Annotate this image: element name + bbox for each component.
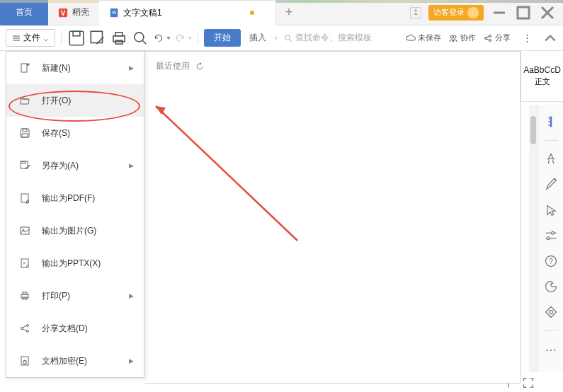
svg-line-45 (23, 325, 27, 328)
pdf-icon (19, 192, 30, 204)
menu-item-label: 保存(S) (42, 127, 70, 139)
more-button[interactable]: ⋮ (518, 29, 536, 47)
file-menu-item-1[interactable]: 打开(O) (6, 84, 144, 117)
share-icon (483, 33, 493, 43)
rocket-icon[interactable] (544, 152, 558, 166)
palette-icon[interactable] (544, 279, 558, 294)
print-button[interactable] (110, 29, 128, 47)
svg-rect-9 (69, 31, 84, 45)
menu-item-label: 输出为PDF(F) (42, 192, 95, 204)
svg-line-18 (290, 40, 292, 42)
diamond-icon[interactable] (544, 305, 558, 319)
save-as-button[interactable] (89, 29, 107, 47)
pen-icon[interactable] (544, 178, 558, 192)
pptx-icon: P (19, 258, 30, 269)
file-menu-item-2[interactable]: 保存(S) (6, 117, 144, 149)
file-menu-item-0[interactable]: 新建(N)▶ (6, 52, 144, 84)
svg-rect-13 (115, 32, 123, 35)
chevron-down-icon (43, 35, 49, 41)
doc-icon (109, 8, 119, 18)
svg-line-46 (23, 329, 27, 331)
redo-button[interactable] (174, 29, 192, 47)
menu-item-label: 另存为(A) (42, 160, 79, 172)
file-menu-item-4[interactable]: 输出为PDF(F) (6, 182, 144, 214)
svg-point-20 (453, 35, 456, 38)
svg-rect-33 (22, 161, 25, 163)
print-icon (19, 290, 30, 301)
unsaved-indicator[interactable]: 未保存 (406, 33, 441, 43)
menu-item-label: 文档加密(E) (42, 355, 87, 367)
undo-button[interactable] (152, 29, 171, 47)
svg-point-56 (547, 237, 550, 240)
svg-rect-26 (21, 64, 27, 72)
file-menu-item-9[interactable]: 文档加密(E)▶ (6, 345, 144, 377)
new-file-icon (19, 62, 30, 74)
submenu-arrow-icon: ▶ (129, 357, 134, 364)
login-badge[interactable]: 访客登录 (428, 5, 484, 21)
scroll-thumb[interactable] (530, 116, 536, 144)
submenu-arrow-icon: ▶ (129, 64, 134, 71)
ruler-icon[interactable] (544, 115, 558, 129)
divider (198, 32, 198, 45)
hamburger-icon (12, 34, 21, 42)
recent-header: 最近使用 (156, 60, 508, 72)
counter-badge[interactable]: 1 (410, 7, 421, 18)
file-menu-item-3[interactable]: 另存为(A)▶ (6, 149, 144, 182)
menu-item-label: 打印(P) (42, 290, 70, 302)
vertical-scrollbar[interactable] (529, 105, 538, 372)
title-bar: 首页 稻壳 文字文稿1 + 1 访客登录 (0, 0, 563, 25)
svg-point-19 (450, 35, 453, 38)
svg-rect-31 (22, 134, 28, 137)
svg-text:P: P (23, 261, 26, 265)
collab-button[interactable]: 协作 (448, 33, 476, 43)
style-gallery[interactable]: AaBbCcD 正文 (521, 51, 563, 102)
tab-document[interactable]: 文字文稿1 (99, 0, 276, 25)
svg-point-15 (135, 32, 144, 41)
file-menu-item-8[interactable]: 分享文档(D) (6, 312, 144, 345)
fullscreen-button[interactable] (522, 376, 535, 389)
folder-open-icon (19, 95, 30, 106)
image-icon (19, 225, 30, 236)
ribbon-tab-insert[interactable]: 插入 (244, 29, 272, 47)
people-icon (448, 33, 458, 43)
menu-item-label: 打开(O) (42, 95, 71, 107)
file-menu-item-5[interactable]: 输出为图片(G) (6, 214, 144, 247)
tab-shell[interactable]: 稻壳 (48, 0, 99, 25)
svg-line-16 (142, 40, 146, 44)
file-menu-item-7[interactable]: 打印(P)▶ (6, 279, 144, 312)
svg-rect-30 (23, 129, 27, 132)
search-box[interactable]: 查找命令、搜索模板 (280, 32, 376, 44)
separator (544, 140, 558, 141)
collapse-ribbon-button[interactable] (543, 31, 557, 45)
modified-dot (250, 11, 254, 15)
dots-icon[interactable]: ⋯ (544, 342, 558, 357)
submenu-arrow-icon: ▶ (129, 292, 134, 299)
ribbon-tab-start[interactable]: 开始 (204, 29, 241, 47)
lock-icon (19, 355, 30, 367)
file-menu-button[interactable]: 文件 (6, 29, 55, 47)
chevron-right-icon[interactable]: › (275, 34, 277, 42)
svg-rect-10 (73, 31, 80, 36)
sliders-icon[interactable] (544, 229, 558, 243)
svg-rect-40 (23, 292, 27, 294)
file-menu-item-6[interactable]: P输出为PPTX(X) (6, 247, 144, 279)
share-icon (19, 323, 30, 334)
share-button[interactable]: 分享 (483, 33, 511, 43)
svg-rect-48 (23, 361, 26, 364)
help-icon[interactable]: ? (544, 254, 558, 268)
preview-button[interactable] (131, 29, 149, 47)
save-icon (19, 127, 30, 139)
menu-item-label: 新建(N) (42, 62, 71, 74)
refresh-icon[interactable] (195, 62, 204, 71)
recent-panel: 最近使用 (144, 51, 521, 384)
minimize-button[interactable] (491, 4, 508, 21)
close-button[interactable] (539, 4, 556, 21)
shell-icon (58, 8, 68, 18)
new-tab-button[interactable]: + (276, 0, 302, 25)
maximize-button[interactable] (515, 4, 532, 21)
file-menu-dropdown: 新建(N)▶打开(O)保存(S)另存为(A)▶输出为PDF(F)输出为图片(G)… (6, 51, 144, 378)
search-icon (284, 34, 292, 42)
tab-home[interactable]: 首页 (0, 0, 48, 25)
cursor-icon[interactable] (544, 203, 558, 217)
save-button[interactable] (67, 29, 86, 47)
